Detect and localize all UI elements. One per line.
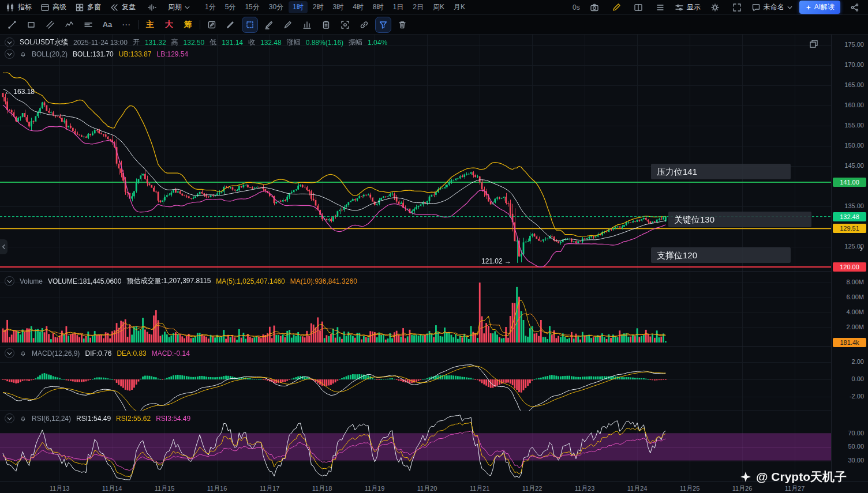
bars-pattern-button[interactable] (300, 17, 315, 32)
settings-button[interactable] (708, 0, 723, 15)
timeframe-button[interactable]: 2日 (409, 1, 428, 13)
share-button[interactable] (847, 0, 862, 15)
panels-button[interactable] (631, 0, 646, 15)
time-label: 11月13 (46, 484, 73, 493)
wave-tool-button[interactable] (62, 17, 77, 32)
open-label: 开 (133, 37, 140, 47)
chips-button[interactable]: 筹 (181, 20, 196, 30)
collapse-boll-icon[interactable] (5, 49, 14, 59)
collapse-main-icon[interactable] (5, 37, 14, 47)
indicators-icon (6, 3, 15, 12)
chevron-left-icon (2, 244, 6, 250)
object-list-button[interactable] (653, 0, 668, 15)
fullscreen-icon (732, 3, 742, 12)
link-icon (360, 20, 369, 29)
volume-estimate: 预估成交量:1,207,397.8115 (126, 276, 211, 286)
datetime-label: 2025-11-24 13:00 (73, 39, 128, 47)
timeframe-button[interactable]: 1日 (389, 1, 408, 13)
edit-note-button[interactable] (204, 17, 219, 32)
volume-badge: 181.4k (833, 338, 866, 347)
filter-button[interactable] (376, 17, 391, 32)
volume-ma5: MA(5):1,025,407.1460 (216, 277, 285, 285)
timeframe-button[interactable]: 1分 (201, 1, 220, 13)
bars-icon (302, 20, 312, 29)
bell-icon[interactable] (20, 51, 27, 58)
clipboard-button[interactable] (319, 17, 334, 32)
delete-drawings-button[interactable] (395, 17, 410, 32)
region-snapshot-button[interactable] (338, 17, 353, 32)
fullscreen-button[interactable] (729, 0, 744, 15)
time-label: 11月17 (256, 484, 283, 493)
main-chart-button[interactable]: 主 (143, 20, 158, 30)
marquee-icon (245, 20, 255, 29)
timeframe-button[interactable]: 2时 (309, 1, 328, 13)
replay-icon (110, 3, 119, 12)
key-level-label[interactable]: 关键位130 (668, 212, 811, 227)
line-tool-button[interactable] (5, 17, 20, 32)
replay-button[interactable]: 复盘 (110, 2, 136, 12)
bell-icon[interactable] (20, 350, 27, 357)
period-dropdown[interactable]: 周期 (168, 2, 190, 12)
macd-dif: DIF:0.76 (85, 349, 111, 357)
marker-tool-button[interactable] (261, 17, 276, 32)
waveform-button[interactable] (144, 0, 159, 15)
drawing-toolbar: Aa ⋯ 主 大 筹 (0, 15, 868, 35)
multi-window-label: 多窗 (87, 2, 101, 12)
timeframe-button[interactable]: 15分 (241, 1, 263, 13)
resistance-label[interactable]: 压力位141 (651, 164, 791, 179)
price-tick: 145.00 (844, 161, 864, 170)
indicators-button[interactable]: 指标 (6, 2, 32, 12)
big-chart-button[interactable]: 大 (162, 20, 177, 30)
toolbar-divider (138, 20, 139, 29)
edit-button[interactable] (609, 0, 624, 15)
hlines-icon (84, 20, 93, 29)
timeframe-button[interactable]: 周K (429, 1, 448, 13)
chart-area[interactable]: SOL/USDT永续 2025-11-24 13:00 开131.32 高132… (0, 35, 868, 493)
timeframe-button[interactable]: 月K (450, 1, 469, 13)
pen-tool-button[interactable] (223, 17, 238, 32)
timeframe-button[interactable]: 30分 (265, 1, 287, 13)
clipboard-icon (321, 20, 331, 29)
volume-name: Volume (20, 277, 43, 285)
timeframe-button[interactable]: 8时 (369, 1, 388, 13)
bell-icon[interactable] (20, 415, 27, 422)
hlines-tool-button[interactable] (81, 17, 96, 32)
collapse-rsi-icon[interactable] (5, 413, 14, 423)
timeframe-button[interactable]: 5分 (221, 1, 240, 13)
collapse-volume-icon[interactable] (5, 276, 14, 286)
timeframe-button[interactable]: 1时 (289, 1, 308, 13)
channel-tool-button[interactable] (43, 17, 58, 32)
more-tools-button[interactable]: ⋯ (119, 17, 134, 32)
multi-window-button[interactable]: 多窗 (75, 2, 101, 12)
macd-value: MACD:-0.14 (152, 349, 190, 357)
collapse-macd-icon[interactable] (5, 348, 14, 358)
display-settings-button[interactable]: 显示 (675, 2, 701, 12)
price-tick: 170.00 (844, 61, 864, 69)
collapse-left-panel-button[interactable] (0, 239, 8, 254)
top-toolbar-left: 指标 高级 多窗 复盘 周期 1分5分15分30分1时2时3时4时8时1日2日周… (6, 0, 469, 15)
expand-right-button[interactable]: › (860, 243, 863, 253)
maximize-pane-button[interactable] (809, 39, 818, 51)
link-tool-button[interactable] (357, 17, 372, 32)
ai-analysis-button[interactable]: AI解读 (799, 1, 840, 14)
brush-tool-button[interactable] (280, 17, 295, 32)
rect-tool-button[interactable] (24, 17, 39, 32)
high-price-annotation: ← 163.18 (5, 88, 35, 96)
support-label[interactable]: 支撑位120 (651, 247, 791, 263)
amplitude-value: 1.04% (368, 39, 387, 47)
price-tick: 155.00 (844, 121, 864, 130)
timeframe-button[interactable]: 3时 (328, 1, 347, 13)
snapshot-button[interactable] (587, 0, 602, 15)
timeframe-button[interactable]: 4时 (349, 1, 368, 13)
time-axis[interactable]: 11月1311月1411月1511月1611月1711月1811月1911月20… (0, 481, 868, 493)
low-value: 131.14 (222, 39, 243, 47)
waveform-icon (147, 3, 156, 12)
low-price-annotation: 121.02 → (481, 257, 511, 265)
marquee-select-button[interactable] (242, 17, 257, 32)
advanced-button[interactable]: 高级 (40, 2, 66, 12)
text-tool-button[interactable]: Aa (100, 17, 115, 32)
chevron-down-icon (787, 6, 792, 9)
layout-dropdown[interactable]: 未命名 (751, 2, 792, 12)
price-axis[interactable]: 175.00170.00165.00160.00155.00150.00145.… (831, 35, 868, 481)
rsi2-value: RSI2:55.62 (116, 415, 151, 423)
